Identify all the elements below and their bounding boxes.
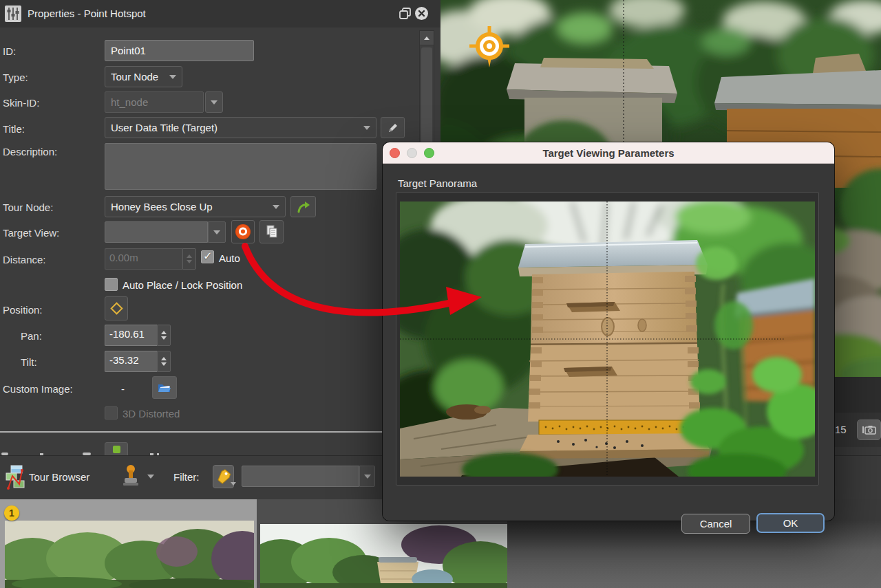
target-pick-icon (234, 223, 252, 241)
float-window-icon[interactable] (398, 6, 412, 21)
type-label: Type: (3, 72, 28, 83)
folder-open-icon (158, 382, 171, 393)
camera-icon (862, 425, 876, 435)
dialog-title: Target Viewing Parameters (383, 147, 834, 159)
id-value: Point01 (111, 45, 146, 56)
chevron-down-icon (273, 205, 279, 209)
chevron-down-icon (364, 475, 371, 479)
skin-id-label: Skin-ID: (3, 97, 39, 109)
target-panorama-preview[interactable] (400, 202, 815, 477)
chevron-down-icon (211, 100, 217, 105)
description-textarea[interactable] (105, 143, 376, 190)
toggle-green-icon (113, 446, 120, 453)
title-value: User Data Title (Target) (111, 122, 359, 133)
id-label: ID: (3, 45, 16, 57)
section-divider (0, 431, 383, 433)
chevron-down-icon (169, 75, 176, 79)
edit-title-button[interactable] (381, 117, 405, 138)
tour-browser-title: Tour Browser (29, 471, 89, 483)
distorted-label: 3D Distorted (123, 408, 180, 420)
description-label: Description: (3, 146, 57, 157)
scrollbar-up-button[interactable] (420, 31, 434, 45)
diamond-icon (110, 302, 123, 314)
custom-properties-toggle-button[interactable] (105, 442, 128, 455)
position-label: Position: (3, 304, 43, 316)
close-icon[interactable] (414, 6, 429, 21)
pan-spinner[interactable]: -180.61 (105, 325, 171, 346)
properties-title: Properties - Point Hotspot (28, 8, 146, 19)
ok-button[interactable]: OK (756, 513, 825, 533)
skin-id-dropdown-button[interactable] (205, 91, 223, 113)
distorted-checkbox (105, 406, 118, 420)
scroll-up-icon (424, 36, 429, 40)
green-arrow-icon (297, 201, 310, 213)
target-view-dropdown-button[interactable] (208, 221, 226, 243)
viewer-readout-bar: 15 (829, 413, 881, 447)
thumb1-image (5, 521, 254, 588)
tilt-value: -35.32 (105, 351, 157, 372)
auto-place-checkbox[interactable] (105, 278, 118, 291)
tilt-label: Tilt: (21, 356, 37, 368)
properties-panel: Properties - Point Hotspot ID: Point01 T… (0, 0, 440, 455)
dialog-body: Target Panorama (383, 164, 834, 521)
chevron-down-icon (363, 126, 370, 130)
viewer-toolbar-gap (829, 377, 881, 413)
tour-node-thumb-selected[interactable]: 1 (0, 499, 257, 588)
sliders-icon (5, 6, 21, 22)
target-viewing-parameters-dialog: Target Viewing Parameters Target Panoram… (383, 142, 834, 521)
auto-place-label: Auto Place / Lock Position (123, 279, 242, 291)
stamp-icon[interactable] (123, 465, 139, 488)
distance-auto-checkbox[interactable] (201, 250, 214, 263)
target-view-label: Target View: (3, 227, 59, 239)
properties-titlebar[interactable]: Properties - Point Hotspot (0, 0, 440, 28)
tilt-stepper[interactable] (157, 351, 171, 372)
title-label: Title: (3, 123, 25, 135)
hotspot-target-icon[interactable] (469, 26, 509, 67)
copy-icon (266, 225, 278, 239)
distance-stepper (182, 248, 196, 270)
clipped-section-row (0, 442, 383, 455)
distance-label: Distance: (3, 254, 46, 265)
stamp-dropdown-icon[interactable] (147, 475, 154, 479)
tag-filter-button[interactable] (213, 465, 234, 488)
camera-button[interactable] (857, 420, 881, 440)
chevron-down-icon (213, 230, 220, 235)
node-order-badge: 1 (4, 505, 19, 521)
tag-filter-icon (215, 468, 232, 486)
copy-target-view-button[interactable] (259, 220, 284, 243)
filter-dropdown-button[interactable] (359, 466, 375, 487)
preview-frame (396, 192, 819, 486)
tour-node-thumb-2[interactable] (260, 524, 507, 588)
open-tour-node-button[interactable] (290, 196, 316, 217)
target-panorama-label: Target Panorama (398, 177, 477, 189)
position-pick-button[interactable] (105, 296, 128, 320)
dialog-titlebar[interactable]: Target Viewing Parameters (383, 142, 834, 164)
skin-id-input: ht_node (105, 91, 204, 113)
type-select[interactable]: Tour Node (105, 66, 182, 87)
pan-value: -180.61 (105, 325, 157, 346)
tour-node-label: Tour Node: (3, 202, 53, 213)
filter-input[interactable] (242, 466, 359, 487)
distance-value: 0.00m (105, 248, 182, 270)
type-value: Tour Node (111, 71, 165, 83)
pan-label: Pan: (21, 330, 42, 342)
target-view-input[interactable] (105, 221, 208, 243)
app-window: 15 Properties - Point Hotspot (0, 0, 881, 588)
custom-image-label: Custom Image: (3, 383, 73, 395)
tilt-spinner[interactable]: -35.32 (105, 351, 171, 372)
tour-node-select[interactable]: Honey Bees Close Up (105, 196, 286, 217)
tag-dropdown-icon (231, 482, 236, 486)
custom-image-value: - (121, 383, 125, 395)
distance-spinner: 0.00m (105, 248, 196, 270)
title-select[interactable]: User Data Title (Target) (105, 117, 376, 138)
skin-id-value: ht_node (111, 96, 148, 108)
pencil-icon (388, 122, 399, 133)
id-input[interactable]: Point01 (105, 40, 254, 61)
distance-auto-label: Auto (219, 252, 240, 264)
pick-target-view-button[interactable] (231, 220, 255, 243)
pan-stepper[interactable] (157, 325, 171, 346)
filter-label: Filter: (173, 471, 200, 483)
fov-readout: 15 (835, 424, 847, 435)
browse-image-button[interactable] (152, 376, 177, 399)
cancel-button[interactable]: Cancel (681, 514, 750, 534)
